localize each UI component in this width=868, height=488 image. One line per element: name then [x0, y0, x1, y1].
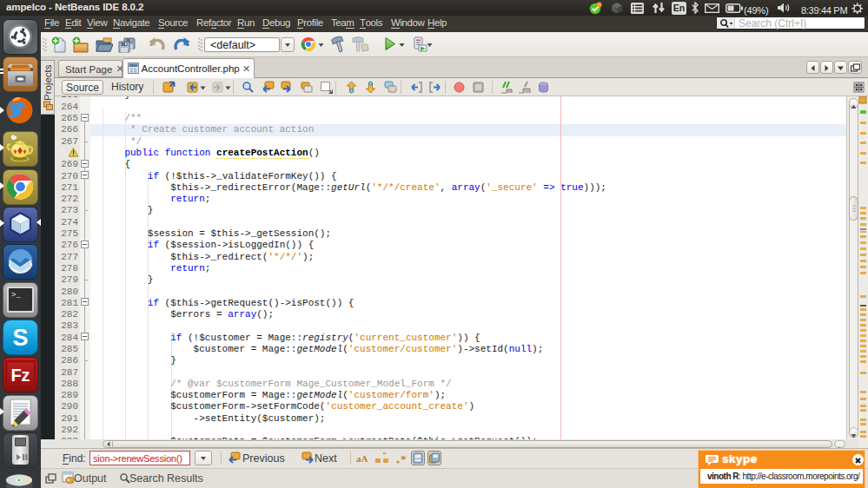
- svg-text:”: ”: [383, 452, 387, 459]
- svg-text:>_: >_: [11, 291, 21, 300]
- svg-text:*: *: [401, 452, 407, 465]
- svg-text:aA: aA: [356, 453, 368, 464]
- svg-text:Fz: Fz: [10, 366, 30, 385]
- svg-text:S: S: [12, 325, 28, 351]
